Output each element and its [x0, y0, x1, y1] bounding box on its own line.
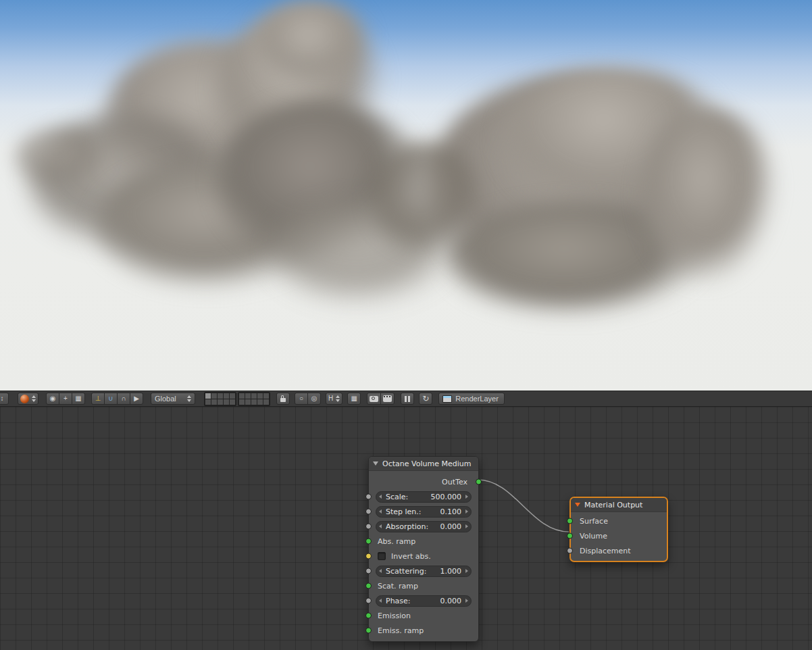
layer-cell[interactable]: [263, 393, 269, 399]
snap-element-icon: H: [328, 395, 333, 402]
layer-cell[interactable]: [257, 393, 263, 399]
layer-cell[interactable]: [239, 399, 245, 405]
layers-grid-left[interactable]: [204, 392, 236, 406]
layer-cell[interactable]: [245, 399, 251, 405]
socket-displacement[interactable]: [567, 548, 573, 554]
socket-emiss-ramp[interactable]: [365, 628, 372, 634]
layer-cell[interactable]: [251, 393, 257, 399]
layer-cell[interactable]: [230, 393, 235, 399]
dropdown-arrows-icon: [187, 395, 191, 402]
phase-slider[interactable]: Phase: 0.000: [376, 595, 472, 607]
node-editor-canvas[interactable]: Octane Volume Medium OutTex Scale: 500.0…: [0, 407, 812, 650]
refresh-icon: ↻: [422, 395, 429, 403]
snap-element-dropdown[interactable]: H: [326, 393, 342, 405]
layer-cell[interactable]: [218, 399, 223, 405]
socket-scale[interactable]: [365, 494, 372, 500]
collapse-triangle-icon[interactable]: [575, 503, 580, 507]
render-layer-label: RenderLayer: [455, 395, 499, 403]
socket-phase[interactable]: [365, 598, 372, 604]
layer-cell[interactable]: [224, 399, 229, 405]
node-header[interactable]: Octane Volume Medium: [369, 457, 478, 471]
step-length-slider[interactable]: Step len.: 0.100: [376, 506, 472, 518]
cursor-tool-button[interactable]: ▶: [130, 393, 143, 405]
layers-grid-right[interactable]: [238, 392, 270, 406]
film-icon: [383, 395, 392, 402]
opengl-render-button[interactable]: [367, 393, 381, 405]
input-label: Displacement: [580, 547, 631, 555]
layer-visibility-icon: ▦: [75, 395, 81, 402]
lock-button[interactable]: [276, 393, 290, 405]
curve-falloff-button[interactable]: ∩: [117, 393, 130, 405]
input-row-displacement: Displacement: [571, 543, 667, 558]
blender-window: ↕ ◉ + ▦ ⊥ ∪ ∩ ▶ Global: [0, 0, 812, 650]
layer-cell[interactable]: [263, 399, 269, 405]
pivot-point-button[interactable]: ◉: [46, 393, 59, 405]
smoke-blob: [257, 0, 372, 88]
refresh-render-button[interactable]: ↻: [419, 393, 432, 405]
transform-orientation-dropdown[interactable]: Global: [151, 393, 195, 405]
socket-abs-ramp[interactable]: [365, 539, 372, 545]
socket-scat-ramp[interactable]: [365, 583, 372, 589]
proportional-edit-button[interactable]: ○: [295, 393, 308, 405]
input-label: Abs. ramp: [378, 537, 415, 546]
render-layer-selector[interactable]: RenderLayer: [438, 393, 505, 405]
slider-value: 0.100: [440, 507, 462, 516]
output-row-outtex: OutTex: [369, 474, 478, 489]
socket-step-length[interactable]: [365, 509, 372, 515]
socket-scattering[interactable]: [365, 568, 372, 574]
background-grid-icon: ▦: [351, 395, 357, 402]
slider-label: Absorption:: [386, 522, 428, 531]
layer-cell[interactable]: [218, 393, 223, 399]
slider-label: Scattering:: [386, 567, 426, 576]
opengl-render-animation-button[interactable]: [380, 393, 395, 405]
editor-type-icon: ↕: [1, 395, 4, 402]
socket-surface[interactable]: [567, 518, 573, 524]
socket-volume[interactable]: [567, 533, 573, 539]
layer-cell[interactable]: [245, 393, 251, 399]
smoke-blob: [642, 108, 777, 284]
scattering-slider[interactable]: Scattering: 1.000: [376, 566, 472, 577]
axis-gizmo-button[interactable]: ⊥: [91, 393, 105, 405]
layer-cell[interactable]: [230, 399, 235, 405]
layer-cell[interactable]: [211, 399, 217, 405]
socket-outtex[interactable]: [476, 479, 482, 485]
snap-magnet-button[interactable]: ∪: [104, 393, 118, 405]
collapse-triangle-icon[interactable]: [373, 461, 378, 466]
input-label: Emiss. ramp: [378, 626, 424, 635]
input-row-scat-ramp: Scat. ramp: [369, 578, 478, 593]
scale-slider[interactable]: Scale: 500.000: [376, 491, 472, 503]
node-title: Material Output: [584, 501, 642, 509]
layer-visibility-button[interactable]: ▦: [72, 393, 85, 405]
layer-cell[interactable]: [205, 393, 211, 399]
socket-invert-abs[interactable]: [365, 553, 372, 559]
viewport-shading-dropdown[interactable]: [18, 393, 39, 405]
viewport-render-view[interactable]: [0, 0, 812, 391]
cursor-tool-icon: ▶: [134, 395, 139, 402]
node-material-output[interactable]: Material Output Surface Volume Displacem…: [569, 497, 668, 562]
background-grid-button[interactable]: ▦: [347, 393, 361, 405]
node-header[interactable]: Material Output: [571, 498, 667, 512]
slider-label: Step len.:: [386, 507, 422, 516]
proportional-edit-icon: ○: [299, 395, 303, 402]
invert-abs-checkbox[interactable]: [378, 552, 386, 560]
manipulator-button[interactable]: +: [59, 393, 72, 405]
editor-type-button[interactable]: ↕: [0, 393, 9, 405]
input-row-invert-abs: Invert abs.: [369, 549, 478, 564]
layer-cell[interactable]: [251, 399, 257, 405]
slider-value: 0.000: [440, 522, 462, 531]
absorption-slider[interactable]: Absorption: 0.000: [376, 521, 472, 532]
lock-icon: [280, 398, 286, 402]
socket-absorption[interactable]: [365, 524, 372, 530]
slider-label: Phase:: [386, 597, 411, 605]
node-octane-volume-medium[interactable]: Octane Volume Medium OutTex Scale: 500.0…: [368, 456, 479, 642]
layer-cell[interactable]: [205, 399, 211, 405]
layer-cell[interactable]: [239, 393, 245, 399]
socket-emission[interactable]: [365, 613, 372, 619]
layer-cell[interactable]: [257, 399, 263, 405]
layer-cell[interactable]: [224, 393, 229, 399]
snap-target-button[interactable]: ◎: [307, 393, 321, 405]
curve-falloff-icon: ∩: [121, 395, 126, 402]
pause-render-button[interactable]: [401, 393, 414, 405]
layer-cell[interactable]: [211, 393, 217, 399]
slider-value: 500.000: [431, 493, 462, 501]
